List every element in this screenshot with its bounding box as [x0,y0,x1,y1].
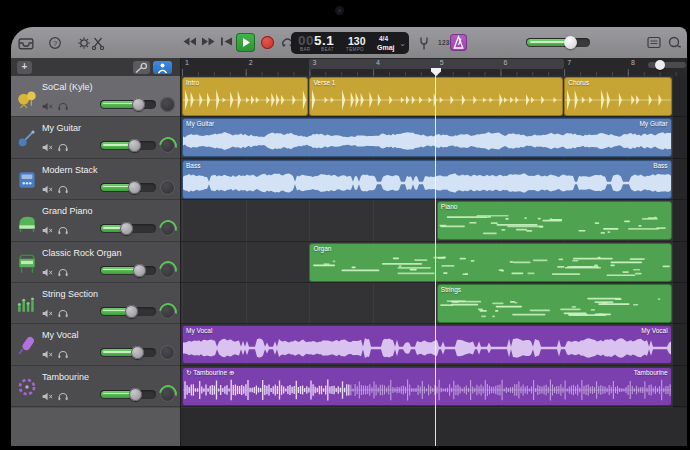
mute-button[interactable] [42,304,53,322]
track-headers: SoCal (Kyle)My GuitarModern StackGrand P… [11,76,180,408]
region-my-vocal[interactable]: My VocalMy Vocal [182,325,672,364]
loop-browser-icon[interactable] [667,36,683,50]
solo-button[interactable] [58,345,68,363]
track-header[interactable]: My Vocal [11,324,180,365]
mute-button[interactable] [42,345,53,363]
editor-scissors-icon[interactable] [91,36,107,50]
region-label: My Guitar [186,120,214,127]
solo-button[interactable] [58,97,68,115]
region-organ[interactable]: Organ [309,243,671,282]
track-volume-slider[interactable] [100,390,156,399]
pan-knob[interactable] [160,138,175,153]
solo-button[interactable] [58,304,68,322]
volume-knob[interactable] [120,222,133,235]
solo-button[interactable] [58,180,68,198]
solo-button[interactable] [58,221,68,239]
region-waveform [565,87,671,116]
mute-button[interactable] [42,387,53,405]
pan-knob[interactable] [160,180,175,195]
track-header[interactable]: Tambourine [11,366,180,407]
zoom-slider-knob[interactable] [655,60,665,70]
region-waveform [310,87,562,116]
rewind-icon[interactable] [182,36,198,50]
track-settings-button[interactable] [133,61,150,74]
ruler-bar-number: 8 [631,59,635,66]
region-intro[interactable]: Intro [182,77,308,116]
mute-button[interactable] [42,180,53,198]
region-chorus[interactable]: Chorus [564,77,671,116]
volume-knob[interactable] [131,346,144,359]
track-lane: My GuitarMy Guitar [181,117,687,158]
track-header[interactable]: Classic Rock Organ [11,242,180,283]
library-toggle-button[interactable] [153,61,172,74]
zoom-slider[interactable] [648,62,686,68]
mute-button[interactable] [42,221,53,239]
lcd-display[interactable]: 005.1 BAR BEAT 130 TEMPO 4/4 Gmaj ⌄ [291,32,409,54]
track-volume-slider[interactable] [100,224,156,233]
track-volume-slider[interactable] [100,266,156,275]
piano-icon [15,209,39,233]
track-header[interactable]: My Guitar [11,117,180,158]
track-header[interactable]: Grand Piano [11,200,180,241]
record-button[interactable] [261,36,274,49]
fast-forward-icon[interactable] [201,36,217,50]
pan-knob[interactable] [160,221,175,236]
track-header[interactable]: String Section [11,283,180,324]
region-label: ↻ Tambourine ⊕ [186,369,234,377]
track-volume-slider[interactable] [100,100,156,109]
track-lane: IntroVerse 1Chorus [181,76,687,117]
region-bass[interactable]: BassBass [182,160,672,199]
master-volume-slider[interactable] [526,38,590,47]
region-tambourine[interactable]: ↻ Tambourine ⊕Tambourine [182,367,672,406]
master-volume-knob[interactable] [564,36,577,49]
pan-knob[interactable] [160,345,175,360]
mute-button[interactable] [42,97,53,115]
region-piano[interactable]: Piano [437,201,672,240]
volume-knob[interactable] [132,98,145,111]
lcd-chevron-icon[interactable]: ⌄ [399,39,406,48]
track-header[interactable]: SoCal (Kyle) [11,76,180,117]
figure-icon [153,62,172,75]
track-volume-slider[interactable] [100,307,156,316]
pan-knob[interactable] [160,387,175,402]
pan-knob[interactable] [160,263,175,278]
region-waveform [183,87,308,116]
play-button[interactable] [236,33,255,52]
ruler-bar-number: 4 [376,59,380,66]
track-header[interactable]: Modern Stack [11,159,180,200]
solo-button[interactable] [58,387,68,405]
tuner-icon[interactable] [417,36,433,50]
track-volume-slider[interactable] [100,141,156,150]
track-name: My Vocal [42,330,79,340]
add-track-button[interactable]: + [17,61,32,74]
track-volume-slider[interactable] [100,183,156,192]
region-label: Verse 1 [313,79,335,86]
region-label: Organ [313,245,331,252]
library-icon[interactable] [18,36,34,50]
track-name: String Section [42,289,98,299]
quick-help-icon[interactable]: ? [48,36,64,50]
play-icon [236,33,255,52]
region-waveform [183,170,672,199]
volume-knob[interactable] [133,264,146,277]
mute-button[interactable] [42,138,53,156]
region-label-right: My Vocal [641,327,667,334]
volume-knob[interactable] [128,139,141,152]
notepad-icon[interactable] [647,36,663,50]
svg-text:?: ? [53,39,57,48]
mute-button[interactable] [42,263,53,281]
pan-knob[interactable] [160,304,175,319]
metronome-button[interactable] [450,34,467,51]
go-to-beginning-icon[interactable] [220,36,236,50]
track-volume-slider[interactable] [100,348,156,357]
volume-knob[interactable] [128,181,141,194]
ruler-bar-number: 7 [567,59,571,66]
solo-button[interactable] [58,138,68,156]
pan-knob[interactable] [160,97,175,112]
playhead-line[interactable] [435,69,436,446]
volume-knob[interactable] [125,305,138,318]
solo-button[interactable] [58,263,68,281]
region-my-guitar[interactable]: My GuitarMy Guitar [182,118,672,157]
region-strings[interactable]: Strings [437,284,672,323]
volume-knob[interactable] [129,388,142,401]
